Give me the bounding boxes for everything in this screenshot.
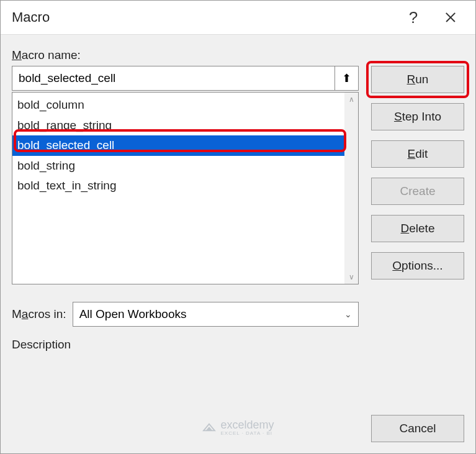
macro-listbox[interactable]: bold_columnbold_range_stringbold_selecte… xyxy=(12,92,359,284)
options-button[interactable]: Options... xyxy=(371,252,464,279)
dialog-title: Macro xyxy=(12,9,395,25)
close-icon xyxy=(444,11,457,24)
ref-up-icon: ⬆ xyxy=(342,71,351,85)
list-item[interactable]: bold_text_in_string xyxy=(12,176,358,196)
create-button: Create xyxy=(371,178,464,205)
watermark: exceldemy EXCEL · DATA · BI xyxy=(202,419,274,436)
scroll-up-icon: ∧ xyxy=(349,95,354,104)
help-button[interactable]: ? xyxy=(395,1,432,35)
watermark-brand: exceldemy xyxy=(220,419,274,431)
list-item[interactable]: bold_string xyxy=(12,156,358,176)
description-label: Description xyxy=(12,338,359,352)
scroll-down-icon: ∨ xyxy=(349,273,354,281)
scrollbar[interactable]: ∧ ∨ xyxy=(344,93,358,284)
macros-in-value: All Open Workbooks xyxy=(79,307,187,321)
list-item[interactable]: bold_range_string xyxy=(12,116,358,136)
step-into-button[interactable]: Step Into xyxy=(371,103,464,130)
close-button[interactable] xyxy=(432,1,469,35)
edit-button[interactable]: Edit xyxy=(371,140,464,168)
ref-edit-button[interactable]: ⬆ xyxy=(335,66,359,91)
dialog-body: Macro name: ⬆ bold_columnbold_range_stri… xyxy=(1,35,475,453)
watermark-icon xyxy=(202,422,215,433)
list-item[interactable]: bold_column xyxy=(12,95,358,116)
macros-in-label: Macros in: xyxy=(12,307,66,321)
watermark-tagline: EXCEL · DATA · BI xyxy=(220,430,274,436)
macro-dialog: Macro ? Macro name: ⬆ bold_columnbold_ra… xyxy=(0,0,476,454)
list-item[interactable]: bold_selected_cell xyxy=(12,135,358,156)
macro-name-label: Macro name: xyxy=(12,48,359,62)
titlebar: Macro ? xyxy=(1,1,475,35)
cancel-button[interactable]: Cancel xyxy=(371,415,464,442)
macro-name-input[interactable] xyxy=(12,66,335,91)
delete-button[interactable]: Delete xyxy=(371,215,464,242)
macros-in-dropdown[interactable]: All Open Workbooks ⌄ xyxy=(73,302,359,327)
button-column: Run Step Into Edit Create Delete Options… xyxy=(371,48,464,355)
chevron-down-icon: ⌄ xyxy=(344,309,352,319)
run-button[interactable]: Run xyxy=(371,66,464,93)
